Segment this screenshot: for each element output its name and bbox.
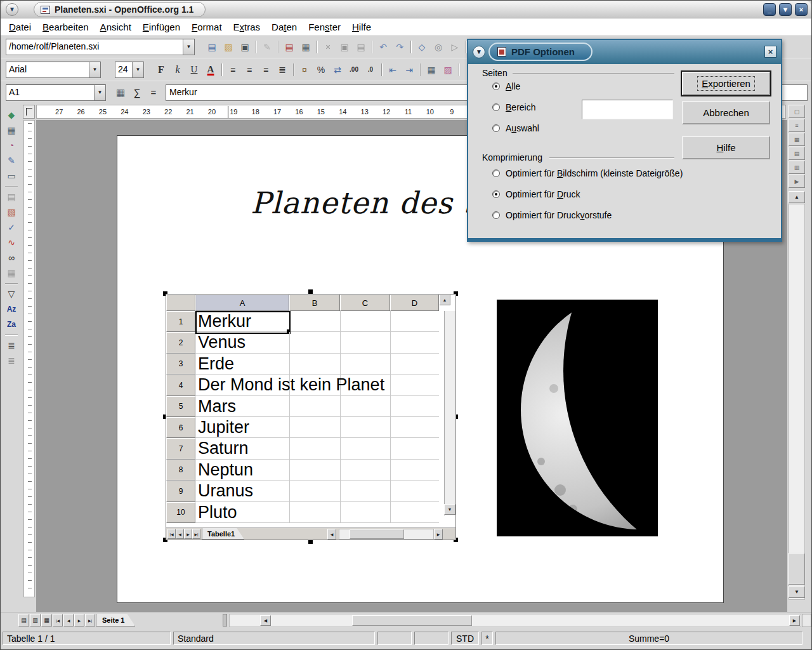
- radio-button[interactable]: [492, 124, 500, 132]
- previous-page-button[interactable]: ◀: [63, 614, 74, 627]
- next-page-button[interactable]: ▶: [74, 614, 84, 627]
- url-dropdown-button[interactable]: [183, 39, 194, 55]
- radio-button[interactable]: [492, 190, 500, 198]
- sheet-cells[interactable]: Uranus: [195, 481, 439, 501]
- sheet-cells[interactable]: Mars: [195, 396, 439, 417]
- zoom-icon[interactable]: ◎: [430, 39, 447, 55]
- column-header-d[interactable]: D: [390, 295, 439, 311]
- insert-cells-icon[interactable]: ▤: [3, 189, 20, 204]
- column-header-c[interactable]: C: [340, 295, 390, 311]
- sheet-corner-button[interactable]: [166, 295, 195, 311]
- start-presentation-button[interactable]: ▶: [789, 175, 805, 188]
- row-header[interactable]: 10: [166, 502, 195, 523]
- menu-bearbeiten[interactable]: Bearbeiten: [37, 19, 95, 35]
- standard-format-icon[interactable]: ⇄: [329, 62, 346, 77]
- print-icon[interactable]: ▦: [298, 39, 314, 55]
- format-paintbrush-icon[interactable]: ▧: [3, 204, 20, 220]
- radio-button[interactable]: [492, 83, 500, 90]
- autofilter-icon[interactable]: ▽: [3, 286, 20, 302]
- export-pdf-icon[interactable]: ▤: [281, 39, 298, 55]
- status-page-style[interactable]: Standard: [173, 632, 375, 645]
- horizontal-scroll-right-button[interactable]: ▶: [789, 615, 800, 626]
- radio-bereich[interactable]: Bereich: [492, 102, 535, 112]
- exportieren-button[interactable]: Exportieren: [682, 72, 770, 95]
- data-sources-icon[interactable]: ▦: [3, 265, 20, 281]
- radio-bildschirm[interactable]: Optimiert für Bildschirm (kleinste Datei…: [492, 168, 683, 178]
- url-input[interactable]: /home/rolf/Planeten.sxi: [6, 39, 183, 55]
- radio-druck[interactable]: Optimiert für Druck: [492, 189, 580, 199]
- sheet-vscroll-track[interactable]: [444, 311, 455, 515]
- menu-daten[interactable]: Daten: [266, 19, 303, 35]
- notes-view-button[interactable]: ▤: [789, 147, 805, 160]
- function-wizard-icon[interactable]: ▦: [114, 86, 128, 100]
- next-sheet-button[interactable]: ▶: [184, 529, 192, 539]
- selection-handle[interactable]: [308, 540, 313, 544]
- add-decimal-icon[interactable]: .00: [346, 62, 362, 77]
- align-justify-icon[interactable]: ≣: [274, 62, 291, 77]
- dialog-close-button[interactable]: ×: [764, 46, 776, 58]
- insert-graphics-icon[interactable]: ▷: [447, 39, 463, 55]
- insert-frame-icon[interactable]: ▦: [3, 123, 20, 138]
- sort-descending-icon[interactable]: Za: [3, 317, 20, 332]
- cell-reference-input[interactable]: A1: [6, 85, 94, 100]
- ruler-origin-button[interactable]: [23, 105, 35, 119]
- menu-format[interactable]: Format: [186, 19, 228, 35]
- font-size-dropdown-button[interactable]: [132, 62, 143, 77]
- handout-view-button[interactable]: ▥: [789, 161, 805, 174]
- first-sheet-button[interactable]: |◀: [167, 529, 176, 539]
- form-functions-icon[interactable]: ▭: [3, 168, 20, 183]
- menu-hilfe[interactable]: Hilfe: [346, 19, 377, 35]
- sheet-hscroll-thumb[interactable]: [350, 529, 404, 539]
- radio-button[interactable]: [492, 103, 500, 111]
- row-header[interactable]: 9: [166, 481, 195, 501]
- radio-button[interactable]: [492, 211, 500, 219]
- draw-functions-icon[interactable]: ✎: [3, 153, 20, 168]
- outline-view-button[interactable]: ≡: [789, 119, 805, 132]
- sheet-cells[interactable]: Pluto: [195, 502, 439, 523]
- background-color-icon[interactable]: ▨: [440, 62, 456, 77]
- font-color-icon[interactable]: A: [202, 62, 219, 77]
- menu-extras[interactable]: Extras: [228, 19, 266, 35]
- cell-reference-dropdown-button[interactable]: [94, 85, 105, 100]
- font-name-dropdown-button[interactable]: [89, 62, 100, 77]
- row-header[interactable]: 7: [166, 438, 195, 459]
- row-header[interactable]: 6: [166, 417, 195, 438]
- sheet-cells[interactable]: Jupiter: [195, 417, 439, 438]
- font-name-input[interactable]: Arial: [6, 62, 89, 77]
- radio-auswahl[interactable]: Auswahl: [492, 123, 539, 133]
- row-header[interactable]: 8: [166, 460, 195, 481]
- ungroup-icon[interactable]: ≣: [3, 353, 20, 368]
- sheet-hscroll-track[interactable]: [339, 529, 434, 540]
- status-selection-mode[interactable]: STD: [451, 632, 479, 645]
- navigator-icon[interactable]: ◇: [414, 39, 430, 55]
- vertical-scroll-up-button[interactable]: ▲: [789, 191, 805, 203]
- last-page-button[interactable]: ▶|: [85, 614, 95, 627]
- row-header[interactable]: 1: [166, 311, 195, 332]
- sheet-scroll-left-button[interactable]: ◀: [327, 529, 336, 540]
- slides-view-button[interactable]: ▦: [789, 133, 805, 146]
- drawing-view-button[interactable]: ▢: [789, 105, 805, 118]
- row-header[interactable]: 4: [166, 375, 195, 395]
- undo-icon[interactable]: ↶: [375, 39, 391, 55]
- column-header-b[interactable]: B: [289, 295, 340, 311]
- redo-icon[interactable]: ↷: [391, 39, 408, 55]
- find-replace-icon[interactable]: ∞: [3, 250, 20, 265]
- status-sum[interactable]: Summe=0: [495, 632, 802, 645]
- percent-format-icon[interactable]: %: [313, 62, 329, 77]
- currency-format-icon[interactable]: ¤: [296, 62, 313, 77]
- menu-datei[interactable]: Datei: [3, 19, 37, 35]
- maximize-button[interactable]: ▼: [779, 3, 792, 16]
- delete-decimal-icon[interactable]: .0: [362, 62, 379, 77]
- decrease-indent-icon[interactable]: ⇤: [384, 62, 401, 77]
- open-document-icon[interactable]: ▨: [220, 39, 237, 55]
- hilfe-button[interactable]: Hilfe: [682, 136, 770, 159]
- previous-sheet-button[interactable]: ◀: [176, 529, 184, 539]
- copy-icon[interactable]: ▣: [336, 39, 353, 55]
- increase-indent-icon[interactable]: ⇥: [401, 62, 417, 77]
- align-center-icon[interactable]: ≡: [241, 62, 258, 77]
- tab-scrollbar-splitter[interactable]: [223, 614, 227, 627]
- mode-button-2[interactable]: ▥: [30, 614, 41, 627]
- first-page-button[interactable]: |◀: [53, 614, 63, 627]
- menu-fenster[interactable]: Fenster: [303, 19, 346, 35]
- vertical-ruler[interactable]: [23, 120, 35, 597]
